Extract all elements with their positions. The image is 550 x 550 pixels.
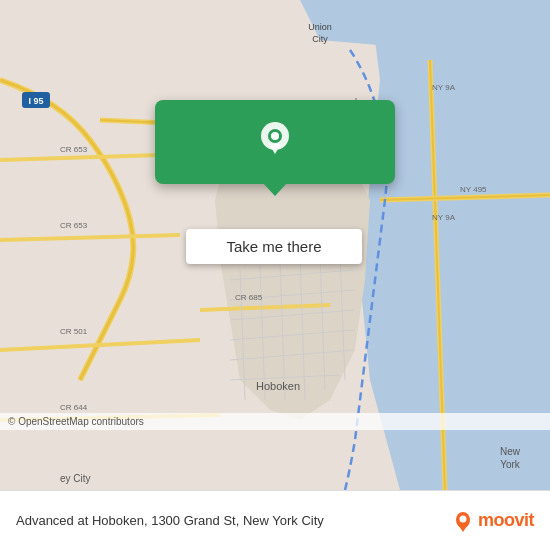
moovit-label: moovit bbox=[478, 510, 534, 531]
svg-text:Hoboken: Hoboken bbox=[256, 380, 300, 392]
svg-text:CR 501: CR 501 bbox=[60, 327, 88, 336]
info-bar: Advanced at Hoboken, 1300 Grand St, New … bbox=[0, 490, 550, 550]
moovit-logo-icon bbox=[452, 510, 474, 532]
location-pin-icon bbox=[253, 118, 297, 162]
svg-text:New: New bbox=[500, 446, 521, 457]
svg-text:I 95: I 95 bbox=[28, 96, 43, 106]
location-popup bbox=[155, 100, 395, 184]
svg-point-41 bbox=[459, 515, 466, 522]
take-me-there-button[interactable]: Take me there bbox=[186, 229, 362, 264]
svg-text:Union: Union bbox=[308, 22, 332, 32]
svg-text:ey City: ey City bbox=[60, 473, 91, 484]
svg-text:City: City bbox=[312, 34, 328, 44]
svg-text:CR 685: CR 685 bbox=[235, 293, 263, 302]
svg-text:CR 653: CR 653 bbox=[60, 221, 88, 230]
map-container: I 95 NJ 3 CR 653 CR 653 CR 501 CR 644 CR… bbox=[0, 0, 550, 490]
svg-text:NY 9A: NY 9A bbox=[432, 213, 456, 222]
moovit-logo: moovit bbox=[452, 510, 534, 532]
svg-point-38 bbox=[271, 132, 279, 140]
svg-marker-42 bbox=[459, 526, 467, 532]
svg-text:CR 653: CR 653 bbox=[60, 145, 88, 154]
address-text: Advanced at Hoboken, 1300 Grand St, New … bbox=[16, 513, 452, 528]
svg-text:NY 9A: NY 9A bbox=[432, 83, 456, 92]
svg-text:York: York bbox=[500, 459, 521, 470]
svg-text:CR 644: CR 644 bbox=[60, 403, 88, 412]
svg-text:NY 495: NY 495 bbox=[460, 185, 487, 194]
copyright-notice: © OpenStreetMap contributors bbox=[0, 413, 550, 430]
